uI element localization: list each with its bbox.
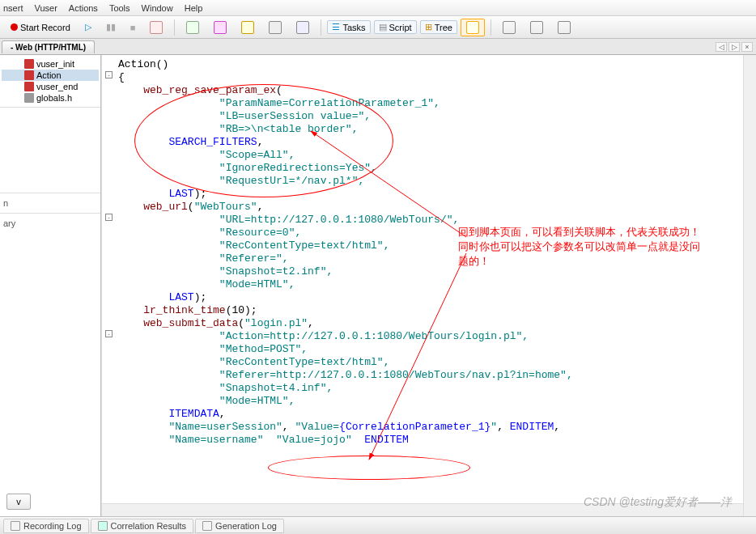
generation-log-tab[interactable]: Generation Log <box>195 519 284 533</box>
tasks-button[interactable]: ☰Tasks <box>327 20 370 34</box>
correlation-results-tab[interactable]: Correlation Results <box>91 519 194 533</box>
vertical-scrollbar[interactable] <box>743 55 756 516</box>
toolbar-icon-6[interactable] <box>291 19 315 36</box>
toolbar-icon-4[interactable] <box>236 19 260 36</box>
tree-item-label: Action <box>36 70 62 80</box>
script-icon: ▤ <box>379 22 387 32</box>
log-icon <box>202 521 212 531</box>
menu-actions[interactable]: Actions <box>69 3 98 13</box>
tree-icon: ⊞ <box>425 22 432 32</box>
separator <box>491 19 491 36</box>
menu-insert[interactable]: nsert <box>3 3 23 13</box>
separator <box>174 19 175 36</box>
tree-button[interactable]: ⊞Tree <box>420 20 457 34</box>
tab-close-button[interactable]: × <box>741 42 753 52</box>
toolbar-icon-2[interactable] <box>181 19 205 36</box>
script-label: Script <box>389 23 412 32</box>
menu-bar: nsert Vuser Actions Tools Window Help <box>0 0 756 16</box>
toolbar-icon-7[interactable] <box>497 19 521 36</box>
separator <box>321 19 321 36</box>
document-tab-bar: - Web (HTTP/HTML) ◁ ▷ × <box>0 39 756 55</box>
horizontal-scrollbar[interactable] <box>102 503 743 516</box>
tab-label: Generation Log <box>215 521 277 531</box>
tree-item-label: vuser_end <box>36 82 78 91</box>
active-script-tab[interactable]: - Web (HTTP/HTML) <box>2 40 95 53</box>
tree-vuser-init[interactable]: vuser_init <box>2 58 99 70</box>
pause-button[interactable]: ▮▮ <box>100 19 121 36</box>
work-area: vuser_init Action vuser_end globals.h n … <box>0 55 756 516</box>
play-icon: ▷ <box>85 22 91 32</box>
tree-action[interactable]: Action <box>2 70 99 81</box>
script-tree: vuser_init Action vuser_end globals.h <box>0 55 100 108</box>
main-toolbar: Start Record ▷ ▮▮ ■ ☰Tasks ▤Script ⊞Tree <box>0 16 756 39</box>
log-icon <box>11 521 20 531</box>
toolbar-icon-1[interactable] <box>144 19 168 36</box>
tree-item-label: vuser_init <box>36 59 74 69</box>
bottom-tab-bar: Recording Log Correlation Results Genera… <box>0 516 756 534</box>
annotation-text: 回到脚本页面，可以看到关联脚本，代表关联成功！ 同时你也可以把这个参数名可以改简… <box>458 225 750 269</box>
left-pane: vuser_init Action vuser_end globals.h n … <box>0 55 101 516</box>
header-icon <box>24 93 34 103</box>
tab-prev-button[interactable]: ◁ <box>716 42 727 52</box>
recording-log-tab[interactable]: Recording Log <box>3 519 89 533</box>
record-icon <box>11 23 18 31</box>
menu-tools[interactable]: Tools <box>109 3 130 13</box>
toolbar-icon-8[interactable] <box>525 19 549 36</box>
script-icon <box>24 70 34 80</box>
annotation-line: 回到脚本页面，可以看到关联脚本，代表关联成功！ <box>458 225 750 239</box>
start-record-button[interactable]: Start Record <box>5 19 76 36</box>
tab-label: Correlation Results <box>111 521 187 531</box>
tasks-icon: ☰ <box>332 22 340 32</box>
toolbar-icon-highlight[interactable] <box>461 19 485 36</box>
side-v-button[interactable]: v <box>6 494 31 510</box>
stop-button[interactable]: ■ <box>125 19 142 36</box>
script-button[interactable]: ▤Script <box>374 20 417 34</box>
correlation-icon <box>98 521 108 531</box>
tab-next-button[interactable]: ▷ <box>728 42 740 52</box>
tab-controls: ◁ ▷ × <box>716 42 756 52</box>
start-record-label: Start Record <box>20 23 70 32</box>
side-section-n: n <box>0 193 100 213</box>
script-icon <box>24 82 34 91</box>
annotation-line: 题的！ <box>458 254 750 269</box>
toolbar-icon-3[interactable] <box>208 19 232 36</box>
menu-help[interactable]: Help <box>185 3 203 13</box>
tree-item-label: globals.h <box>36 93 72 103</box>
tree-globals[interactable]: globals.h <box>2 92 99 104</box>
stop-icon: ■ <box>130 23 136 32</box>
menu-window[interactable]: Window <box>142 3 173 13</box>
menu-vuser[interactable]: Vuser <box>34 3 57 13</box>
tree-vuser-end[interactable]: vuser_end <box>2 81 99 92</box>
annotation-line: 同时你也可以把这个参数名可以改简单一点就是没问 <box>458 239 750 254</box>
pause-icon: ▮▮ <box>106 22 116 32</box>
play-button[interactable]: ▷ <box>79 19 97 36</box>
script-icon <box>24 59 34 69</box>
tab-label: Recording Log <box>23 521 82 531</box>
code-editor[interactable]: - - - Action() { web_reg_save_param_ex( … <box>101 55 756 516</box>
tree-label: Tree <box>435 23 452 32</box>
toolbar-icon-5[interactable] <box>263 19 287 36</box>
toolbar-icon-9[interactable] <box>552 19 576 36</box>
tasks-label: Tasks <box>342 23 365 32</box>
annotation-ellipse-2 <box>268 456 470 480</box>
side-section-ary: ary <box>0 213 100 233</box>
